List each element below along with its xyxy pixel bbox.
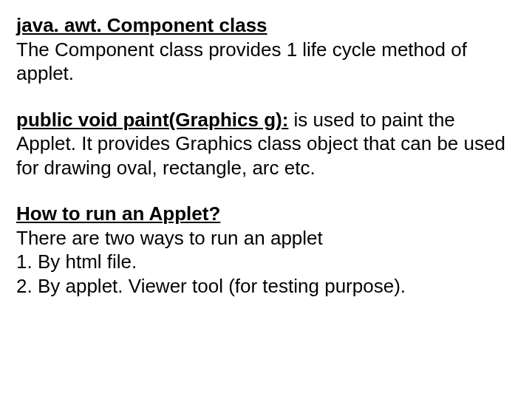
list-item-1: 1. By html file. (16, 250, 516, 274)
section-how-to-run: How to run an Applet? There are two ways… (16, 202, 516, 298)
list-item-2: 2. By applet. Viewer tool (for testing p… (16, 274, 516, 299)
method-signature: public void paint(Graphics g): (16, 109, 288, 131)
intro-how-to-run: There are two ways to run an applet (16, 227, 323, 249)
section-paint-method: public void paint(Graphics g): is used t… (16, 108, 516, 180)
heading-component-class: java. awt. Component class (16, 14, 267, 36)
section-component-class: java. awt. Component class The Component… (16, 13, 516, 86)
heading-how-to-run: How to run an Applet? (16, 202, 220, 225)
body-component-class: The Component class provides 1 life cycl… (16, 38, 467, 85)
